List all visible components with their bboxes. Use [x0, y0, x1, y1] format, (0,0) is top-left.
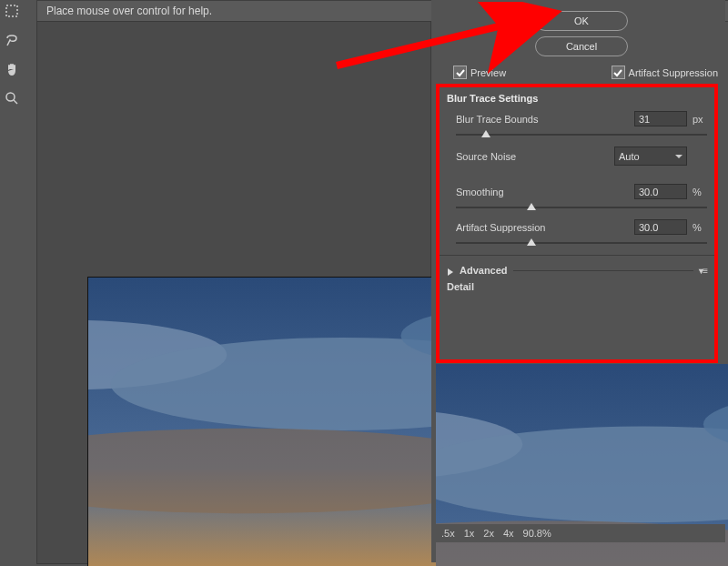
preview-checkbox-label: Preview — [470, 67, 506, 78]
detail-section-title: Detail — [447, 281, 707, 292]
artifact-checkbox[interactable] — [612, 66, 625, 79]
zoom-current: 90.8% — [523, 528, 551, 539]
blur-trace-bounds-label: Blur Trace Bounds — [456, 114, 629, 125]
smoothing-slider[interactable] — [456, 201, 707, 214]
smoothing-input[interactable] — [634, 184, 687, 199]
advanced-section-toggle[interactable]: Advanced ▾≡ — [447, 261, 707, 279]
check-icon — [456, 68, 465, 77]
check-icon — [613, 68, 622, 77]
preview-checkbox[interactable] — [453, 66, 467, 79]
source-noise-label: Source Noise — [456, 151, 609, 162]
source-noise-value: Auto — [619, 151, 640, 162]
svg-line-17 — [14, 100, 17, 104]
toolstrip — [3, 0, 25, 107]
smoothing-unit: % — [693, 187, 707, 197]
zoom-level-0[interactable]: .5x — [441, 528, 455, 539]
panel-menu-icon[interactable]: ▾≡ — [699, 266, 707, 276]
zoom-level-1[interactable]: 1x — [464, 528, 475, 539]
zoom-level-3[interactable]: 4x — [503, 528, 514, 539]
preview-image — [87, 277, 482, 566]
detail-zoom-bar: .5x 1x 2x 4x 90.8% — [436, 524, 725, 542]
svg-point-16 — [6, 93, 15, 101]
marquee-icon — [5, 4, 19, 18]
blur-trace-settings-title: Blur Trace Settings — [447, 93, 707, 104]
cancel-button[interactable]: Cancel — [535, 36, 628, 56]
lasso-icon — [5, 33, 19, 47]
artifact-suppression-slider[interactable] — [456, 237, 707, 249]
artifact-suppression-input[interactable] — [634, 219, 687, 235]
artifact-suppression-unit: % — [693, 222, 707, 233]
marquee-tool[interactable] — [3, 2, 21, 20]
blur-trace-bounds-slider[interactable] — [456, 128, 707, 141]
artifact-suppression-label: Artifact Suppression — [456, 222, 629, 233]
ok-button[interactable]: OK — [535, 11, 628, 31]
blur-trace-bounds-input[interactable] — [634, 111, 687, 126]
svg-rect-15 — [6, 5, 17, 16]
expand-icon — [447, 267, 454, 274]
right-panel: OK Cancel Preview Artifact Suppression B… — [431, 0, 725, 562]
hand-icon — [5, 62, 19, 76]
blur-trace-settings-panel: Blur Trace Settings Blur Trace Bounds px… — [436, 84, 718, 363]
artifact-checkbox-label: Artifact Suppression — [629, 67, 718, 78]
zoom-level-2[interactable]: 2x — [483, 528, 494, 539]
smoothing-label: Smoothing — [456, 187, 629, 197]
source-noise-dropdown[interactable]: Auto — [614, 147, 687, 166]
zoom-tool[interactable] — [3, 89, 21, 107]
help-text: Place mouse over control for help. — [46, 5, 212, 17]
blur-trace-bounds-unit: px — [693, 114, 707, 125]
advanced-label: Advanced — [460, 265, 508, 276]
preview-canvas[interactable] — [36, 21, 431, 564]
chevron-down-icon — [675, 153, 682, 160]
zoom-icon — [5, 91, 19, 106]
lasso-tool[interactable] — [3, 31, 21, 49]
hand-tool[interactable] — [3, 60, 21, 78]
